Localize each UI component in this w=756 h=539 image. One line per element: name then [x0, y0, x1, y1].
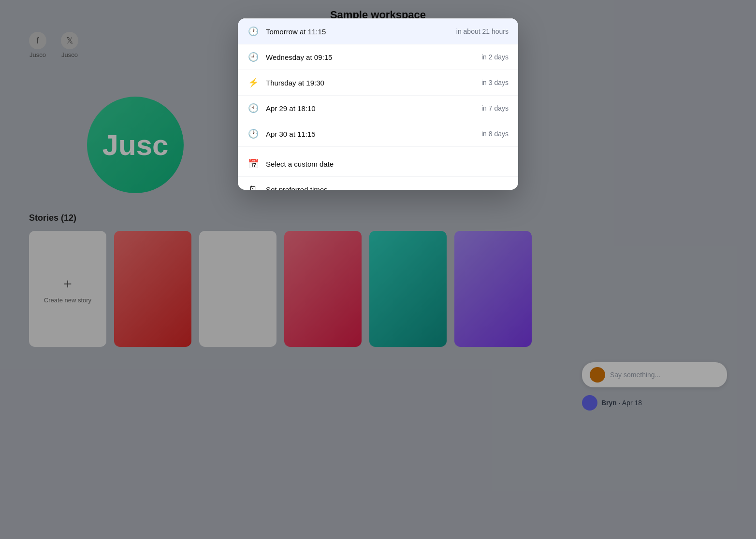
thursday-time: in 3 days [481, 79, 509, 86]
schedule-dropdown: 🕐 Tomorrow at 11:15 in about 21 hours 🕘 … [238, 18, 518, 190]
thursday-label: Thursday at 19:30 [266, 79, 324, 87]
tomorrow-time: in about 21 hours [456, 28, 509, 35]
compose-modal: ✕ ＋ + Add labels f ✕ 𝕏 in ◎ G ▶ ♪ P [238, 18, 518, 190]
clock-icon-blue-2: 🕐 [247, 128, 259, 140]
clock-icon-orange: 🕙 [247, 102, 259, 114]
dropdown-item-apr30[interactable]: 🕐 Apr 30 at 11:15 in 8 days [238, 121, 518, 147]
preferred-times-label: Set preferred times [266, 185, 328, 190]
dropdown-divider [238, 149, 518, 149]
dropdown-item-thursday[interactable]: ⚡ Thursday at 19:30 in 3 days [238, 70, 518, 96]
dropdown-item-tomorrow[interactable]: 🕐 Tomorrow at 11:15 in about 21 hours [238, 19, 518, 44]
dropdown-item-custom-date[interactable]: 📅 Select a custom date [238, 151, 518, 177]
preferred-times-icon: 🗓 [247, 184, 259, 190]
wednesday-time: in 2 days [481, 53, 509, 61]
apr29-label: Apr 29 at 18:10 [266, 104, 316, 113]
dropdown-item-preferred-times[interactable]: 🗓 Set preferred times [238, 177, 518, 190]
calendar-icon: 📅 [247, 158, 259, 170]
wednesday-label: Wednesday at 09:15 [266, 53, 332, 61]
apr29-time: in 7 days [481, 104, 509, 112]
clock-icon-blue: 🕐 [247, 26, 259, 37]
dropdown-item-wednesday[interactable]: 🕘 Wednesday at 09:15 in 2 days [238, 44, 518, 70]
apr30-time: in 8 days [481, 130, 509, 138]
dropdown-item-apr29[interactable]: 🕙 Apr 29 at 18:10 in 7 days [238, 96, 518, 121]
apr30-label: Apr 30 at 11:15 [266, 130, 316, 138]
lightning-icon: ⚡ [247, 77, 259, 88]
clock-icon-gray-1: 🕘 [247, 51, 259, 63]
tomorrow-label: Tomorrow at 11:15 [266, 28, 326, 36]
custom-date-label: Select a custom date [266, 160, 334, 168]
